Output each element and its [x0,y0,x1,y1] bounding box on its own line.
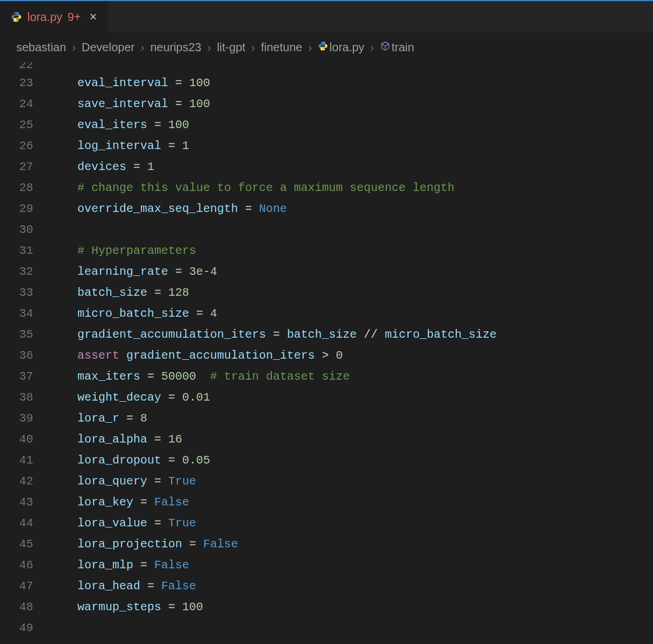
breadcrumb-item[interactable]: finetune [261,41,302,54]
line-number: 40 [0,429,33,450]
code-line[interactable]: lora_dropout = 0.05 [49,450,653,471]
code-line[interactable]: gradient_accumulation_iters = batch_size… [49,324,653,345]
line-number: 27 [0,157,33,178]
code-line[interactable] [49,62,653,73]
code-line[interactable]: # Hyperparameters [49,240,653,261]
line-number: 32 [0,261,33,282]
code-line[interactable]: micro_batch_size = 4 [49,303,653,324]
line-number: 46 [0,555,33,576]
line-number: 28 [0,178,33,199]
line-number: 29 [0,199,33,220]
python-icon [318,41,328,51]
close-icon[interactable]: × [90,9,97,24]
line-number: 23 [0,73,33,94]
line-number: 25 [0,115,33,136]
breadcrumb-item[interactable]: neurips23 [150,41,201,54]
breadcrumb: sebastian›Developer›neurips23›lit-gpt›fi… [0,33,653,62]
code-line[interactable]: eval_interval = 100 [49,73,653,94]
code-line[interactable]: lora_head = False [49,576,653,597]
tab-active[interactable]: lora.py 9+ × [0,1,108,33]
code-line[interactable]: lora_projection = False [49,534,653,555]
code-line[interactable]: batch_size = 128 [49,282,653,303]
chevron-right-icon: › [370,41,374,54]
line-number: 45 [0,534,33,555]
line-number: 24 [0,94,33,115]
line-number: 37 [0,366,33,387]
breadcrumb-item[interactable]: lora.py [318,41,364,54]
code-line[interactable]: devices = 1 [49,157,653,178]
code-line[interactable]: assert gradient_accumulation_iters > 0 [49,345,653,366]
tab-title: lora.py [27,10,62,24]
line-number: 47 [0,576,33,597]
code-line[interactable]: override_max_seq_length = None [49,199,653,220]
line-number: 22 [0,62,33,73]
code-line[interactable]: eval_iters = 100 [49,115,653,136]
line-number: 30 [0,220,33,240]
code-line[interactable]: log_interval = 1 [49,136,653,157]
line-number: 36 [0,345,33,366]
line-number: 31 [0,240,33,261]
code-line[interactable] [49,220,653,240]
tab-bar: lora.py 9+ × [0,0,653,33]
breadcrumb-item[interactable]: train [380,41,414,54]
code-editor[interactable]: 2223242526272829303132333435363738394041… [0,62,653,639]
tab-modified-badge: 9+ [68,10,81,24]
code-line[interactable]: # change this value to force a maximum s… [49,178,653,199]
code-line[interactable]: max_iters = 50000 # train dataset size [49,366,653,387]
line-number: 38 [0,387,33,408]
code-line[interactable]: lora_value = True [49,513,653,534]
line-number: 49 [0,618,33,639]
breadcrumb-item[interactable]: lit-gpt [217,41,246,54]
chevron-right-icon: › [308,41,312,54]
line-number: 33 [0,282,33,303]
python-icon [10,11,22,23]
line-number: 35 [0,324,33,345]
line-number-gutter: 2223242526272829303132333435363738394041… [0,62,49,639]
code-line[interactable]: lora_mlp = False [49,555,653,576]
code-line[interactable]: lora_alpha = 16 [49,429,653,450]
code-line[interactable]: save_interval = 100 [49,94,653,115]
chevron-right-icon: › [207,41,211,54]
breadcrumb-item[interactable]: Developer [81,41,134,54]
code-line[interactable]: lora_key = False [49,492,653,513]
line-number: 41 [0,450,33,471]
chevron-right-icon: › [72,41,76,54]
code-line[interactable]: warmup_steps = 100 [49,597,653,618]
line-number: 26 [0,136,33,157]
code-line[interactable] [49,618,653,639]
breadcrumb-item[interactable]: sebastian [16,41,66,54]
line-number: 39 [0,408,33,429]
line-number: 34 [0,303,33,324]
line-number: 43 [0,492,33,513]
chevron-right-icon: › [251,41,255,54]
code-line[interactable]: lora_r = 8 [49,408,653,429]
symbol-method-icon [380,41,391,51]
chevron-right-icon: › [140,41,144,54]
line-number: 48 [0,597,33,618]
code-content[interactable]: eval_interval = 100save_interval = 100ev… [49,62,653,639]
code-line[interactable]: lora_query = True [49,471,653,492]
code-line[interactable]: weight_decay = 0.01 [49,387,653,408]
code-line[interactable]: learning_rate = 3e-4 [49,261,653,282]
line-number: 42 [0,471,33,492]
line-number: 44 [0,513,33,534]
